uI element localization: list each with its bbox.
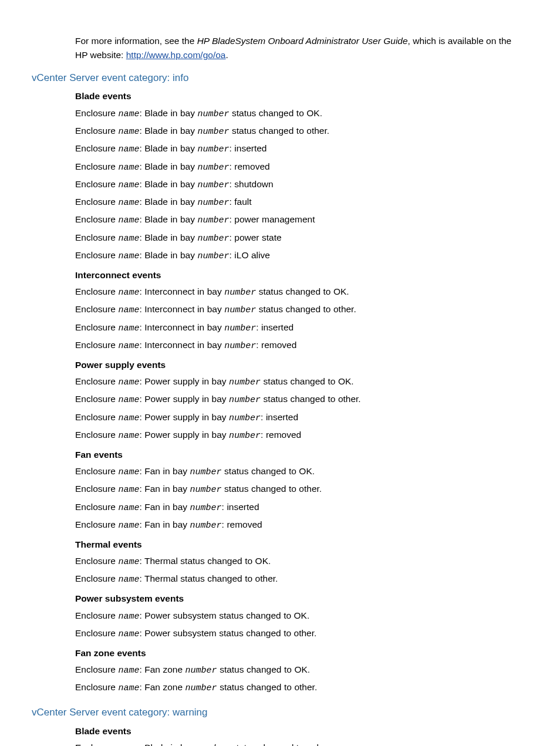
- event-variable: number: [229, 413, 261, 423]
- event-text: status changed to unknown.: [230, 742, 346, 746]
- event-text: : Blade in bay: [139, 126, 197, 136]
- event-text: : Fan zone: [139, 664, 185, 674]
- event-line: Enclosure name: Fan zone number status c…: [75, 661, 525, 679]
- event-text: : Fan in bay: [139, 502, 190, 512]
- event-variable: name: [118, 612, 139, 622]
- event-variable: number: [190, 467, 222, 477]
- group-heading: Blade events: [75, 724, 525, 738]
- event-text: : Fan zone: [139, 682, 185, 692]
- event-variable: number: [224, 341, 256, 351]
- event-text: Enclosure: [75, 197, 118, 207]
- event-variable: name: [118, 251, 139, 261]
- event-text: status changed to other.: [261, 394, 361, 404]
- event-text: Enclosure: [75, 484, 118, 494]
- event-variable: number: [190, 521, 222, 531]
- event-text: : inserted: [261, 412, 298, 422]
- event-line: Enclosure name: Power subsystem status c…: [75, 625, 525, 642]
- event-text: : Fan in bay: [139, 484, 190, 494]
- event-variable: name: [118, 377, 139, 387]
- event-text: : removed: [230, 161, 270, 171]
- event-line: Enclosure name: Fan in bay number: inser…: [75, 498, 525, 516]
- event-text: : removed: [256, 340, 296, 350]
- event-line: Enclosure name: Interconnect in bay numb…: [75, 336, 525, 354]
- event-text: Enclosure: [75, 466, 118, 476]
- event-variable: number: [197, 744, 229, 746]
- event-variable: name: [118, 744, 139, 746]
- event-line: Enclosure name: Blade in bay number: pow…: [75, 211, 525, 229]
- event-line: Enclosure name: Fan zone number status c…: [75, 679, 525, 697]
- event-text: Enclosure: [75, 232, 118, 242]
- event-line: Enclosure name: Thermal status changed t…: [75, 553, 525, 571]
- event-line: Enclosure name: Blade in bay number: shu…: [75, 175, 525, 193]
- event-text: : Fan in bay: [139, 466, 190, 476]
- event-variable: number: [229, 431, 261, 441]
- event-variable: name: [118, 198, 139, 208]
- event-text: : inserted: [230, 143, 267, 153]
- event-variable: name: [118, 163, 139, 173]
- event-text: Enclosure: [75, 519, 118, 529]
- document-page: For more information, see the HP BladeSy…: [0, 0, 560, 746]
- event-variable: number: [229, 395, 261, 405]
- event-text: : power management: [230, 214, 315, 224]
- event-text: : Blade in bay: [139, 143, 197, 153]
- event-text: status changed to OK.: [256, 286, 349, 296]
- event-line: Enclosure name: Blade in bay number stat…: [75, 104, 525, 122]
- event-line: Enclosure name: Blade in bay number: fau…: [75, 194, 525, 211]
- section-heading: vCenter Server event category: info: [32, 70, 525, 86]
- group-heading: Power subsystem events: [75, 592, 525, 606]
- event-text: : Interconnect in bay: [139, 322, 224, 332]
- event-variable: number: [185, 683, 217, 693]
- event-text: : Thermal status changed to other.: [139, 573, 278, 583]
- group-heading: Interconnect events: [75, 268, 525, 282]
- event-text: : Power subsystem status changed to othe…: [139, 628, 316, 638]
- event-line: Enclosure name: Fan in bay number: remov…: [75, 516, 525, 534]
- group-heading: Thermal events: [75, 538, 525, 552]
- event-text: : fault: [230, 197, 252, 207]
- event-variable: number: [197, 251, 229, 261]
- event-variable: number: [224, 323, 256, 333]
- intro-text-post2: .: [225, 50, 228, 60]
- event-text: status changed to other.: [230, 126, 330, 136]
- event-text: Enclosure: [75, 108, 118, 118]
- event-variable: number: [197, 198, 229, 208]
- event-line: Enclosure name: Blade in bay number stat…: [75, 740, 525, 746]
- event-variable: name: [118, 288, 139, 298]
- event-text: : iLO alive: [230, 250, 270, 260]
- event-text: Enclosure: [75, 412, 118, 422]
- event-text: Enclosure: [75, 742, 118, 746]
- event-line: Enclosure name: Power subsystem status c…: [75, 607, 525, 625]
- event-text: : Blade in bay: [139, 742, 197, 746]
- event-text: Enclosure: [75, 126, 118, 136]
- event-text: : Interconnect in bay: [139, 304, 224, 314]
- event-variable: number: [197, 215, 229, 225]
- event-text: Enclosure: [75, 161, 118, 171]
- group-heading: Power supply events: [75, 358, 525, 372]
- event-text: : Blade in bay: [139, 214, 197, 224]
- sections-root: vCenter Server event category: infoBlade…: [35, 70, 525, 746]
- event-variable: number: [197, 234, 229, 244]
- event-variable: number: [197, 180, 229, 190]
- intro-link[interactable]: http://www.hp.com/go/oa: [126, 50, 226, 60]
- event-text: Enclosure: [75, 394, 118, 404]
- intro-italic-title: HP BladeSystem Onboard Administrator Use…: [197, 36, 408, 46]
- event-text: Enclosure: [75, 214, 118, 224]
- event-text: status changed to OK.: [230, 108, 322, 118]
- event-text: : inserted: [256, 322, 294, 332]
- event-line: Enclosure name: Fan in bay number status…: [75, 481, 525, 498]
- event-text: Enclosure: [75, 664, 118, 674]
- group-heading: Fan zone events: [75, 646, 525, 660]
- event-text: : Interconnect in bay: [139, 340, 224, 350]
- event-variable: name: [118, 431, 139, 441]
- event-line: Enclosure name: Power supply in bay numb…: [75, 391, 525, 409]
- event-text: Enclosure: [75, 556, 118, 566]
- event-text: Enclosure: [75, 430, 118, 440]
- group-heading: Blade events: [75, 89, 525, 103]
- event-line: Enclosure name: Interconnect in bay numb…: [75, 301, 525, 319]
- event-line: Enclosure name: Blade in bay number: rem…: [75, 158, 525, 175]
- event-text: Enclosure: [75, 610, 118, 620]
- event-variable: name: [118, 305, 139, 315]
- event-text: : Blade in bay: [139, 108, 197, 118]
- event-text: : Blade in bay: [139, 232, 197, 242]
- event-text: : removed: [222, 519, 262, 529]
- event-variable: name: [118, 127, 139, 137]
